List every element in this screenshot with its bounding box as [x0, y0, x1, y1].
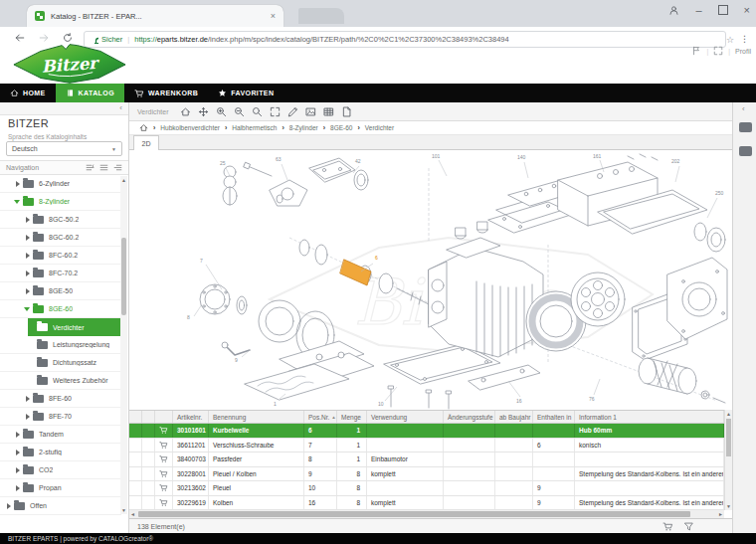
tree-item[interactable]: 8GC-50.2 — [0, 211, 121, 229]
tree-item[interactable]: Verdichter — [28, 318, 121, 336]
collapse-left-icon[interactable]: ‹ — [742, 104, 745, 113]
zoom-in-icon[interactable] — [216, 106, 227, 117]
bitzer-logo[interactable]: Bitzer — [12, 42, 127, 86]
language-select[interactable]: Deutsch ▼ — [6, 141, 122, 156]
zoom-out-icon[interactable] — [234, 106, 245, 117]
tree-item[interactable]: 8FE-70 — [0, 408, 121, 426]
table-hscrollbar[interactable]: ◄ ► — [129, 510, 724, 518]
tree-item[interactable]: 8FC-70.2 — [0, 265, 121, 282]
tree-expander-icon[interactable] — [24, 305, 32, 313]
scroll-thumb[interactable] — [121, 238, 126, 315]
tree-expander-icon[interactable] — [14, 466, 22, 474]
col-artikelnr[interactable]: Artikelnr. — [173, 411, 209, 423]
tab-close-icon[interactable]: × — [271, 11, 276, 21]
col-aenderungsstufe[interactable]: Änderungsstufe — [444, 411, 495, 423]
scroll-right-icon[interactable]: ► — [718, 511, 723, 517]
browser-tab[interactable]: Katalog - BITZER - EPAR... × — [27, 5, 284, 27]
pdf-export-icon[interactable] — [341, 106, 352, 117]
tree-item[interactable]: Propan — [0, 479, 121, 497]
add-to-cart-icon[interactable] — [155, 424, 173, 438]
table-row[interactable]: 38400703 Passfeder 8 1 Einbaumotor — [129, 453, 724, 467]
table-row[interactable]: 30101601 Kurbelwelle 6 1 Hub 60mm — [129, 424, 724, 439]
row-select-cell[interactable] — [129, 424, 142, 438]
scroll-down-icon[interactable]: ▼ — [120, 507, 127, 513]
list-view-icon[interactable] — [99, 163, 108, 172]
breadcrumb-item[interactable]: Hubkolbenverdichter — [160, 124, 220, 131]
tree-expander-icon[interactable] — [14, 198, 22, 206]
scroll-down-icon[interactable]: ▼ — [725, 503, 732, 509]
tree-expander-icon[interactable] — [24, 413, 32, 421]
home-view-icon[interactable] — [180, 106, 191, 117]
tree-item[interactable]: 8FC-60.2 — [0, 247, 121, 265]
image-export-icon[interactable] — [305, 106, 316, 117]
col-enthalten-in[interactable]: Enthalten in — [533, 411, 575, 423]
row-select-cell[interactable] — [129, 439, 142, 453]
browser-menu-icon[interactable]: ⋮ — [740, 34, 749, 44]
tree-expander-icon[interactable] — [14, 180, 22, 188]
comment-icon[interactable] — [739, 122, 752, 132]
collapse-tree-icon[interactable] — [86, 163, 94, 172]
tree-expander-icon[interactable] — [14, 484, 22, 492]
close-button[interactable]: × — [744, 4, 750, 16]
filter-icon[interactable] — [683, 521, 694, 532]
maximize-button[interactable] — [718, 5, 728, 15]
scroll-up-icon[interactable]: ▲ — [725, 411, 732, 417]
breadcrumb-item[interactable]: Verdichter — [365, 124, 394, 131]
bookmark-star-icon[interactable]: ☆ — [726, 35, 734, 45]
tree-item[interactable]: 8GC-60.2 — [0, 229, 121, 247]
tree-expander-icon[interactable] — [24, 287, 32, 295]
collapse-left-icon[interactable]: ‹ — [119, 103, 122, 112]
table-vscrollbar[interactable]: ▲ ▼ — [724, 410, 732, 510]
row-select-cell[interactable] — [129, 496, 142, 510]
add-to-cart-icon[interactable] — [155, 453, 173, 466]
tree-expander-icon[interactable] — [24, 252, 32, 260]
address-bar[interactable]: Sicher | https://eparts.bitzer.de/index.… — [84, 31, 726, 48]
col-verwendung[interactable]: Verwendung — [367, 411, 444, 423]
profile-avatar-icon[interactable] — [668, 5, 679, 16]
fit-view-icon[interactable] — [270, 106, 281, 117]
add-to-cart-icon[interactable] — [155, 496, 173, 510]
col-menge[interactable]: Menge — [337, 411, 367, 423]
tree-expander-icon[interactable] — [14, 449, 22, 456]
search-icon[interactable] — [252, 106, 263, 117]
table-view-icon[interactable] — [323, 106, 334, 117]
tree-expander-icon[interactable] — [14, 431, 22, 439]
breadcrumb-item[interactable]: Halbhermetisch — [232, 124, 277, 131]
tree-item[interactable]: Leistungsregelung — [0, 336, 121, 354]
tree-item[interactable]: Offen — [0, 497, 121, 515]
tree-expander-icon[interactable] — [5, 502, 13, 510]
breadcrumb-home-icon[interactable] — [139, 123, 148, 132]
tree-item[interactable]: 8-Zylinder — [0, 193, 121, 211]
tree-item[interactable]: CO2 — [0, 461, 121, 479]
tree-item[interactable]: 6-Zylinder — [0, 175, 121, 193]
tree-item[interactable]: 8FE-60 — [0, 390, 121, 408]
language-flag-icon[interactable] — [691, 46, 701, 56]
pan-icon[interactable] — [198, 106, 209, 117]
expand-tree-icon[interactable] — [113, 163, 122, 172]
scroll-left-icon[interactable]: ◄ — [130, 511, 135, 517]
row-select-cell[interactable] — [129, 467, 142, 481]
nav-item-warenkorb[interactable]: WARENKORB — [124, 84, 208, 102]
tree-expander-icon[interactable] — [24, 270, 32, 277]
fullscreen-icon[interactable] — [713, 46, 723, 56]
table-row[interactable]: 30229619 Kolben 16 8 komplett 9 Stempelu… — [129, 496, 724, 511]
add-to-cart-icon[interactable] — [155, 481, 173, 495]
scroll-up-icon[interactable]: ▲ — [120, 177, 127, 183]
nav-item-home[interactable]: HOME — [0, 84, 56, 102]
tree-item[interactable]: 8GE-60 — [0, 300, 121, 318]
breadcrumb-item[interactable]: 8-Zylinder — [289, 124, 318, 131]
exploded-diagram[interactable]: Bitzer — [130, 150, 731, 410]
tree-expander-icon[interactable] — [24, 395, 32, 403]
feedback-icon[interactable] — [739, 146, 752, 156]
tree-scrollbar[interactable]: ▲ ▼ — [120, 176, 127, 514]
row-select-cell[interactable] — [129, 453, 142, 466]
minimize-button[interactable]: – — [695, 4, 701, 16]
sidebar-collapse-strip[interactable]: ‹ — [0, 102, 128, 115]
nav-item-favoriten[interactable]: FAVORITEN — [208, 84, 284, 102]
breadcrumb-item[interactable]: 8GE-60 — [330, 124, 352, 131]
tree-item[interactable]: 8GE-50 — [0, 282, 121, 300]
add-to-cart-icon[interactable] — [155, 439, 173, 453]
add-to-cart-icon[interactable] — [155, 467, 173, 481]
tab-2d[interactable]: 2D — [133, 135, 159, 150]
table-row[interactable]: 30213602 Pleuel 10 8 9 — [129, 481, 724, 496]
